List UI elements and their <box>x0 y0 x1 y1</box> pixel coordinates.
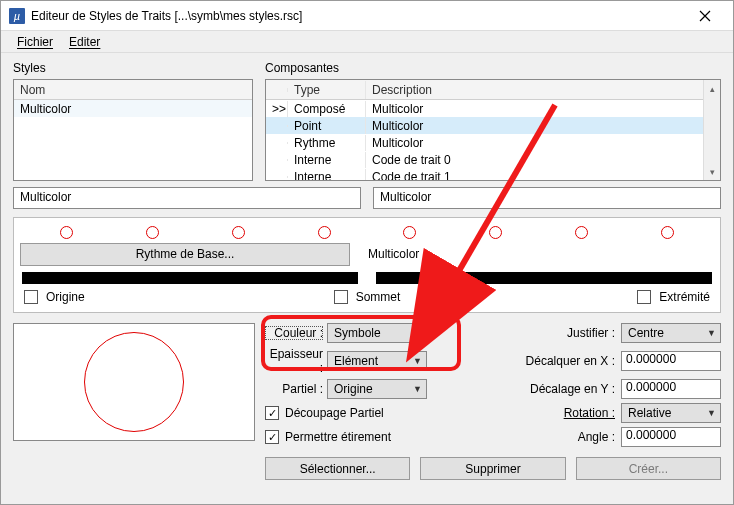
components-row[interactable]: Interne Code de trait 0 <box>266 151 703 168</box>
circle-icon <box>232 226 245 239</box>
circle-icon <box>146 226 159 239</box>
window-title: Editeur de Styles de Traits [...\symb\me… <box>31 9 685 23</box>
components-list[interactable]: Type Description >> Composé Multicolor P… <box>265 79 721 181</box>
chevron-down-icon: ▼ <box>707 408 716 418</box>
delete-button[interactable]: Supprimer <box>420 457 565 480</box>
preview-strip: Rythme de Base... Multicolor Origine Som… <box>13 217 721 313</box>
components-label: Composantes <box>265 61 721 75</box>
base-rhythm-button[interactable]: Rythme de Base... <box>20 243 350 266</box>
extremity-label: Extrémité <box>659 290 710 304</box>
summit-label: Sommet <box>356 290 401 304</box>
partial-select[interactable]: Origine▼ <box>327 379 427 399</box>
components-row[interactable]: Rythme Multicolor <box>266 134 703 151</box>
offset-x-label: Décalquer en X : <box>521 354 615 368</box>
styles-name-field[interactable]: Multicolor <box>13 187 361 209</box>
offset-y-input[interactable]: 0.000000 <box>621 379 721 399</box>
styles-label: Styles <box>13 61 253 75</box>
thickness-select[interactable]: Elément▼ <box>327 351 427 371</box>
scroll-up-icon[interactable]: ▴ <box>705 80 720 97</box>
close-icon[interactable] <box>685 3 725 29</box>
circle-icon <box>84 332 184 432</box>
thickness-label: Epaisseur : <box>265 347 323 375</box>
segment-bar <box>22 272 358 284</box>
circle-icon <box>575 226 588 239</box>
justify-label: Justifier : <box>521 326 615 340</box>
components-name-field[interactable]: Multicolor <box>373 187 721 209</box>
menubar: Fichier Editer <box>1 31 733 53</box>
circle-icon <box>403 226 416 239</box>
circle-icon <box>489 226 502 239</box>
allow-stretch-label: Permettre étirement <box>285 430 391 444</box>
color-label: Couleur : <box>265 326 323 340</box>
chevron-down-icon: ▼ <box>413 356 422 366</box>
chevron-down-icon: ▼ <box>413 384 422 394</box>
scroll-down-icon[interactable]: ▾ <box>705 163 720 180</box>
chevron-down-icon: ▼ <box>707 328 716 338</box>
components-row[interactable]: Point Multicolor <box>266 117 703 134</box>
titlebar: µ Editeur de Styles de Traits [...\symb\… <box>1 1 733 31</box>
strip-name-label: Multicolor <box>368 247 419 261</box>
angle-input[interactable]: 0.000000 <box>621 427 721 447</box>
components-row[interactable]: >> Composé Multicolor <box>266 100 703 117</box>
app-icon: µ <box>9 8 25 24</box>
styles-col-name[interactable]: Nom <box>14 81 252 99</box>
segment-bar <box>376 272 712 284</box>
extremity-checkbox[interactable] <box>637 290 651 304</box>
rotation-label: Rotation : <box>521 406 615 420</box>
justify-select[interactable]: Centre▼ <box>621 323 721 343</box>
color-select[interactable]: Symbole▼ <box>327 323 427 343</box>
partial-label: Partiel : <box>265 382 323 396</box>
angle-label: Angle : <box>521 430 615 444</box>
components-col-chevron[interactable] <box>266 88 288 92</box>
point-preview <box>13 323 255 441</box>
select-button[interactable]: Sélectionner... <box>265 457 410 480</box>
components-col-type[interactable]: Type <box>288 81 366 99</box>
allow-stretch-checkbox[interactable] <box>265 430 279 444</box>
styles-row[interactable]: Multicolor <box>14 100 252 117</box>
offset-x-input[interactable]: 0.000000 <box>621 351 721 371</box>
create-button[interactable]: Créer... <box>576 457 721 480</box>
partial-clip-label: Découpage Partiel <box>285 406 384 420</box>
summit-checkbox[interactable] <box>334 290 348 304</box>
origin-label: Origine <box>46 290 85 304</box>
styles-list[interactable]: Nom Multicolor <box>13 79 253 181</box>
circle-icon <box>60 226 73 239</box>
menu-file[interactable]: Fichier <box>11 33 59 50</box>
components-row[interactable]: Interne Code de trait 1 <box>266 168 703 180</box>
menu-edit[interactable]: Editer <box>63 33 106 50</box>
components-col-desc[interactable]: Description <box>366 81 703 99</box>
origin-checkbox[interactable] <box>24 290 38 304</box>
partial-clip-checkbox[interactable] <box>265 406 279 420</box>
rotation-select[interactable]: Relative▼ <box>621 403 721 423</box>
chevron-down-icon: ▼ <box>413 328 422 338</box>
circle-icon <box>661 226 674 239</box>
symbol-preview <box>14 222 720 242</box>
offset-y-label: Décalage en Y : <box>521 382 615 396</box>
components-scrollbar[interactable]: ▴ ▾ <box>703 80 720 180</box>
circle-icon <box>318 226 331 239</box>
